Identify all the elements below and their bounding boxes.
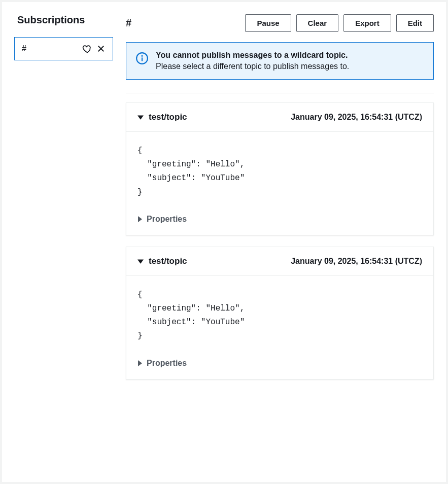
alert-body: Please select a different topic to publi… <box>156 62 349 71</box>
caret-down-icon <box>137 258 144 264</box>
message-timestamp: January 09, 2025, 16:54:31 (UTCZ) <box>291 113 422 122</box>
svg-point-4 <box>142 56 142 56</box>
message-payload: { "greeting": "Hello", "subject": "YouTu… <box>137 288 422 343</box>
edit-button[interactable]: Edit <box>396 14 434 32</box>
message-topic: test/topic <box>149 256 187 266</box>
section-divider <box>126 93 434 93</box>
app-container: Subscriptions # # <box>2 2 446 482</box>
alert-title: You cannot publish messages to a wildcar… <box>156 51 349 60</box>
favorite-icon[interactable] <box>82 44 92 54</box>
properties-label: Properties <box>147 359 187 368</box>
export-button[interactable]: Export <box>343 14 391 32</box>
message-timestamp: January 09, 2025, 16:54:31 (UTCZ) <box>291 257 422 266</box>
close-icon[interactable] <box>96 44 106 53</box>
svg-marker-8 <box>138 360 142 366</box>
message-header[interactable]: test/topic January 09, 2025, 16:54:31 (U… <box>126 103 433 132</box>
message-card: test/topic January 09, 2025, 16:54:31 (U… <box>126 102 434 235</box>
alert-text: You cannot publish messages to a wildcar… <box>156 51 349 71</box>
subscriptions-sidebar: Subscriptions # <box>14 14 116 470</box>
wildcard-alert: You cannot publish messages to a wildcar… <box>126 42 434 80</box>
main-panel: # Pause Clear Export Edit You cannot pub… <box>116 14 434 470</box>
properties-toggle[interactable]: Properties <box>126 354 433 379</box>
properties-toggle[interactable]: Properties <box>126 210 433 235</box>
caret-right-icon <box>137 216 143 222</box>
caret-right-icon <box>137 360 143 366</box>
topic-title: # <box>126 17 131 29</box>
subscription-card-icons <box>82 44 106 54</box>
clear-button[interactable]: Clear <box>296 14 339 32</box>
message-header[interactable]: test/topic January 09, 2025, 16:54:31 (U… <box>126 247 433 276</box>
action-buttons: Pause Clear Export Edit <box>245 14 434 32</box>
properties-label: Properties <box>147 215 187 224</box>
main-header: # Pause Clear Export Edit <box>126 14 434 32</box>
message-topic: test/topic <box>149 112 187 122</box>
caret-down-icon <box>137 114 144 120</box>
subscriptions-title: Subscriptions <box>17 14 116 26</box>
svg-marker-6 <box>138 216 142 222</box>
subscription-card[interactable]: # <box>14 37 113 60</box>
svg-marker-5 <box>137 115 144 119</box>
info-icon <box>135 52 149 71</box>
svg-marker-7 <box>137 259 144 263</box>
pause-button[interactable]: Pause <box>245 14 291 32</box>
message-body: { "greeting": "Hello", "subject": "YouTu… <box>126 132 433 210</box>
message-card: test/topic January 09, 2025, 16:54:31 (U… <box>126 247 434 379</box>
message-body: { "greeting": "Hello", "subject": "YouTu… <box>126 276 433 354</box>
subscription-topic: # <box>22 44 26 53</box>
message-payload: { "greeting": "Hello", "subject": "YouTu… <box>137 144 422 199</box>
